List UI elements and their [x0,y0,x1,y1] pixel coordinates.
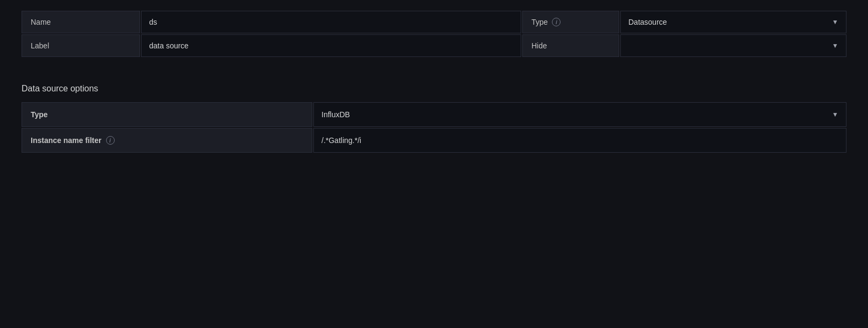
hide-select-chevron-icon: ▼ [832,42,838,49]
type-select-value: Datasource [628,18,667,26]
type-label-cell: Type i [522,11,619,33]
page-container: Name ds Type i Datasource ▼ Label data s… [0,0,868,328]
options-type-select-value: InfluxDB [321,110,350,119]
section-gap [22,58,846,84]
options-instance-input-value: /.*Gatling.*/i [321,136,361,145]
label-input-cell[interactable]: data source [141,34,521,57]
options-type-select-cell[interactable]: InfluxDB ▼ [313,102,846,127]
options-type-label: Type [31,110,48,119]
hide-select-cell[interactable]: ▼ [620,34,846,57]
hide-label: Hide [531,41,547,50]
main-form-grid: Name ds Type i Datasource ▼ Label data s… [22,11,846,57]
label-label-cell: Label [22,34,140,57]
section-title: Data source options [22,84,846,94]
options-type-label-cell: Type [22,102,312,127]
name-value: ds [149,18,157,26]
type-select-cell[interactable]: Datasource ▼ [620,11,846,33]
options-type-chevron-icon: ▼ [832,111,838,118]
type-select-chevron-icon: ▼ [832,18,838,26]
label-value: data source [149,41,188,50]
options-instance-label: Instance name filter [31,136,102,145]
name-label-cell: Name [22,11,140,33]
name-input-cell[interactable]: ds [141,11,521,33]
type-info-icon[interactable]: i [552,18,561,26]
options-grid: Type InfluxDB ▼ Instance name filter i /… [22,102,846,153]
label-label: Label [31,41,49,50]
hide-label-cell: Hide [522,34,619,57]
instance-filter-info-icon[interactable]: i [106,136,115,145]
options-instance-input-cell[interactable]: /.*Gatling.*/i [313,128,846,153]
options-instance-label-cell: Instance name filter i [22,128,312,153]
name-label: Name [31,18,51,26]
type-label: Type [531,18,548,26]
data-source-options-section: Data source options Type InfluxDB ▼ Inst… [22,84,846,153]
